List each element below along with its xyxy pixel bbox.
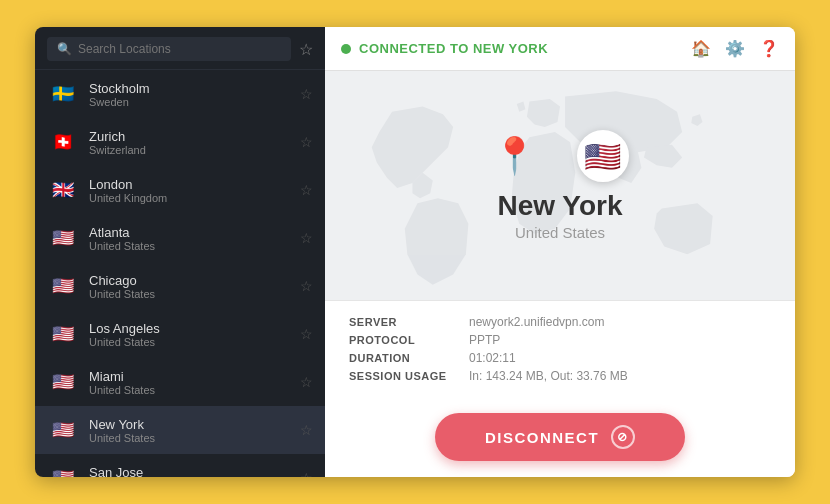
flag-emoji: 🇺🇸: [584, 139, 621, 174]
flag-stockholm: 🇸🇪: [47, 78, 79, 110]
location-name-losangeles: Los Angeles: [89, 321, 300, 336]
location-info-losangeles: Los Angeles United States: [89, 321, 300, 348]
location-country-miami: United States: [89, 384, 300, 396]
server-value: newyork2.unifiedvpn.com: [469, 315, 604, 329]
star-sanjose[interactable]: ☆: [300, 470, 313, 477]
country-flag-large: 🇺🇸: [577, 130, 629, 182]
star-newyork[interactable]: ☆: [300, 422, 313, 438]
star-zurich[interactable]: ☆: [300, 134, 313, 150]
location-country-chicago: United States: [89, 288, 300, 300]
server-row: SERVER newyork2.unifiedvpn.com: [349, 315, 771, 329]
search-input[interactable]: [78, 42, 281, 56]
location-info-sanjose: San Jose United States: [89, 465, 300, 478]
location-name-sanjose: San Jose: [89, 465, 300, 478]
location-country-london: United Kingdom: [89, 192, 300, 204]
star-atlanta[interactable]: ☆: [300, 230, 313, 246]
location-info-newyork: New York United States: [89, 417, 300, 444]
location-info-stockholm: Stockholm Sweden: [89, 81, 300, 108]
connected-dot: [341, 44, 351, 54]
star-losangeles[interactable]: ☆: [300, 326, 313, 342]
location-pin-icon: 📍: [492, 135, 537, 177]
location-item-atlanta[interactable]: 🇺🇸 Atlanta United States ☆: [35, 214, 325, 262]
session-value: In: 143.24 MB, Out: 33.76 MB: [469, 369, 628, 383]
location-name-london: London: [89, 177, 300, 192]
flag-sanjose: 🇺🇸: [47, 462, 79, 477]
home-icon[interactable]: 🏠: [691, 39, 711, 58]
settings-icon[interactable]: ⚙️: [725, 39, 745, 58]
location-item-sanjose[interactable]: 🇺🇸 San Jose United States ☆: [35, 454, 325, 477]
disconnect-label: DISCONNECT: [485, 429, 599, 446]
location-name-miami: Miami: [89, 369, 300, 384]
map-icons-row: 📍 🇺🇸: [492, 130, 629, 182]
star-london[interactable]: ☆: [300, 182, 313, 198]
protocol-row: PROTOCOL PPTP: [349, 333, 771, 347]
location-item-newyork[interactable]: 🇺🇸 New York United States ☆: [35, 406, 325, 454]
location-info-chicago: Chicago United States: [89, 273, 300, 300]
search-icon: 🔍: [57, 42, 72, 56]
location-country-zurich: Switzerland: [89, 144, 300, 156]
star-chicago[interactable]: ☆: [300, 278, 313, 294]
duration-value: 01:02:11: [469, 351, 516, 365]
star-stockholm[interactable]: ☆: [300, 86, 313, 102]
location-item-chicago[interactable]: 🇺🇸 Chicago United States ☆: [35, 262, 325, 310]
connection-status: CONNECTED TO NEW YORK: [341, 41, 548, 56]
location-item-losangeles[interactable]: 🇺🇸 Los Angeles United States ☆: [35, 310, 325, 358]
location-name-chicago: Chicago: [89, 273, 300, 288]
location-list: 🇸🇪 Stockholm Sweden ☆ 🇨🇭 Zurich Switzerl…: [35, 70, 325, 477]
location-info-miami: Miami United States: [89, 369, 300, 396]
location-info-zurich: Zurich Switzerland: [89, 129, 300, 156]
flag-chicago: 🇺🇸: [47, 270, 79, 302]
location-item-zurich[interactable]: 🇨🇭 Zurich Switzerland ☆: [35, 118, 325, 166]
top-icons: 🏠 ⚙️ ❓: [691, 39, 779, 58]
location-item-london[interactable]: 🇬🇧 London United Kingdom ☆: [35, 166, 325, 214]
flag-losangeles: 🇺🇸: [47, 318, 79, 350]
location-name-stockholm: Stockholm: [89, 81, 300, 96]
location-country-newyork: United States: [89, 432, 300, 444]
disconnect-button[interactable]: DISCONNECT ⊘: [435, 413, 685, 461]
flag-newyork: 🇺🇸: [47, 414, 79, 446]
location-name-atlanta: Atlanta: [89, 225, 300, 240]
location-item-miami[interactable]: 🇺🇸 Miami United States ☆: [35, 358, 325, 406]
flag-zurich: 🇨🇭: [47, 126, 79, 158]
star-miami[interactable]: ☆: [300, 374, 313, 390]
sidebar-header: 🔍 ☆: [35, 27, 325, 70]
location-name-zurich: Zurich: [89, 129, 300, 144]
city-name: New York: [492, 190, 629, 222]
map-content: 📍 🇺🇸 New York United States: [492, 130, 629, 241]
flag-london: 🇬🇧: [47, 174, 79, 206]
location-country-atlanta: United States: [89, 240, 300, 252]
disconnect-area: DISCONNECT ⊘: [325, 401, 795, 477]
location-country-losangeles: United States: [89, 336, 300, 348]
protocol-value: PPTP: [469, 333, 500, 347]
location-item-stockholm[interactable]: 🇸🇪 Stockholm Sweden ☆: [35, 70, 325, 118]
country-name: United States: [492, 224, 629, 241]
search-box[interactable]: 🔍: [47, 37, 291, 61]
location-info-london: London United Kingdom: [89, 177, 300, 204]
sidebar: 🔍 ☆ 🇸🇪 Stockholm Sweden ☆ 🇨🇭 Zurich Swit…: [35, 27, 325, 477]
duration-row: DURATION 01:02:11: [349, 351, 771, 365]
location-info-atlanta: Atlanta United States: [89, 225, 300, 252]
location-name-newyork: New York: [89, 417, 300, 432]
protocol-label: PROTOCOL: [349, 334, 469, 346]
session-row: SESSION USAGE In: 143.24 MB, Out: 33.76 …: [349, 369, 771, 383]
app-window: 🔍 ☆ 🇸🇪 Stockholm Sweden ☆ 🇨🇭 Zurich Swit…: [35, 27, 795, 477]
help-icon[interactable]: ❓: [759, 39, 779, 58]
connection-status-text: CONNECTED TO NEW YORK: [359, 41, 548, 56]
top-bar: CONNECTED TO NEW YORK 🏠 ⚙️ ❓: [325, 27, 795, 71]
session-label: SESSION USAGE: [349, 370, 469, 382]
main-panel: CONNECTED TO NEW YORK 🏠 ⚙️ ❓: [325, 27, 795, 477]
map-area: 📍 🇺🇸 New York United States: [325, 71, 795, 300]
location-country-stockholm: Sweden: [89, 96, 300, 108]
favorites-star-icon[interactable]: ☆: [299, 40, 313, 59]
disconnect-icon: ⊘: [611, 425, 635, 449]
info-panel: SERVER newyork2.unifiedvpn.com PROTOCOL …: [325, 300, 795, 401]
duration-label: DURATION: [349, 352, 469, 364]
server-label: SERVER: [349, 316, 469, 328]
flag-atlanta: 🇺🇸: [47, 222, 79, 254]
flag-miami: 🇺🇸: [47, 366, 79, 398]
